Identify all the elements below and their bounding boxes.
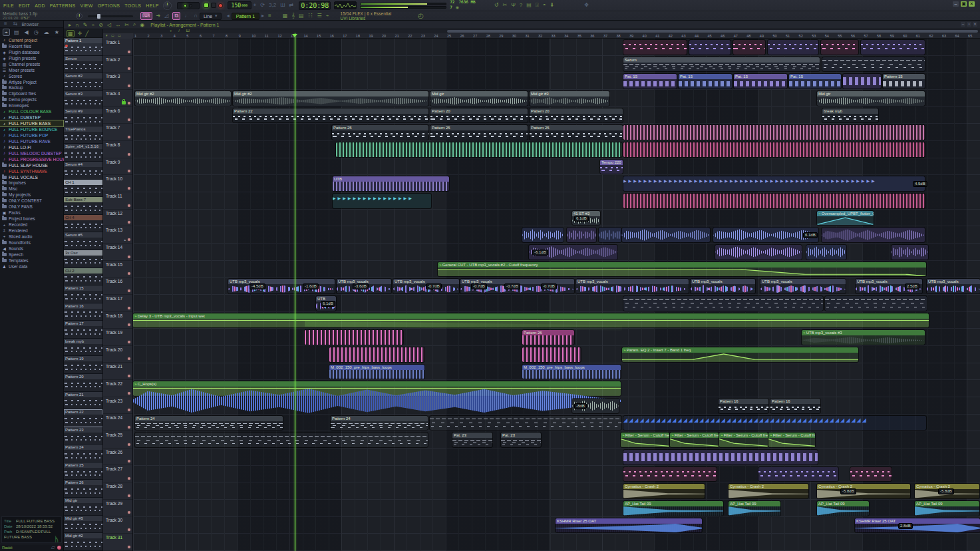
clip-oversampled-upbt-flutter-05[interactable]: ⌁Oversampled_UPBT_flutter_05	[817, 211, 874, 226]
clip-kshmr-riser-25-oat[interactable]: KSHMR Riser 25 OAT	[855, 518, 980, 533]
track-row-track-4[interactable]: Track 4	[103, 90, 132, 107]
clip-pattern-26[interactable]: Pattern 26	[522, 330, 574, 345]
picker-item-pattern-26[interactable]: Pattern 26	[64, 480, 102, 498]
track-row-track-26[interactable]: Track 26	[103, 449, 132, 466]
clip-pat-15[interactable]: Pat. 15	[679, 74, 732, 89]
browser-item-sounds[interactable]: ◀Sounds	[0, 246, 63, 252]
browser-item-channel-presets[interactable]: ▥Channel presets	[0, 61, 63, 67]
clip-columns[interactable]	[305, 330, 403, 345]
browser-item-plugin-presets[interactable]: ◈Plugin presets	[0, 55, 63, 61]
clip-blocks[interactable]	[623, 450, 818, 464]
picker-item-pattern-22[interactable]: Pattern 22	[64, 409, 102, 427]
clip-pattern-24[interactable]: Pattern 24	[331, 416, 428, 431]
track-row-track-1[interactable]: Track 1	[103, 39, 132, 56]
piano-roll-window-icon[interactable]: 𝄞	[291, 13, 295, 19]
menu-file[interactable]: FILE	[3, 3, 14, 8]
clip-midi[interactable]	[758, 467, 838, 482]
track-row-track-6[interactable]: Track 6	[103, 107, 132, 124]
picker-move-icon[interactable]: ✛	[78, 31, 82, 37]
picker-item-pattern-16[interactable]: Pattern 16	[64, 303, 102, 321]
mute-led[interactable]	[128, 409, 130, 411]
pattern-selector[interactable]: Pattern 1	[232, 13, 259, 20]
pattern-menu-icon[interactable]: ≡	[268, 13, 271, 19]
browser-item-current-project[interactable]: ♪Current project	[0, 37, 63, 43]
track-row-track-29[interactable]: Track 29	[103, 500, 132, 517]
menu-patterns[interactable]: PATTERNS	[50, 3, 76, 8]
picker-item-serum-9[interactable]: Serum #9	[64, 108, 102, 126]
track-row-track-21[interactable]: Track 21	[103, 363, 132, 380]
clip-pattern-20[interactable]: Pattern 20	[430, 108, 528, 123]
clip-pat-23[interactable]: Pat. 23	[501, 433, 541, 447]
clip-mid-gtr[interactable]: Mid gtr	[817, 91, 925, 106]
picker-item-ch-1[interactable]: CH 1	[64, 180, 102, 198]
play-button[interactable]	[204, 3, 209, 8]
menu-options[interactable]: OPTIONS	[98, 3, 120, 8]
gain-chip[interactable]: 6.1dB	[321, 301, 335, 307]
track-row-track-2[interactable]: Track 2	[103, 56, 132, 73]
browser-item-recent-files[interactable]: Recent files	[0, 43, 63, 49]
picker-item-spire-x64-v1-5-16[interactable]: Spire_x64_v1.5.16	[64, 144, 102, 162]
clip-pattern-20[interactable]: Pattern 20	[530, 108, 623, 123]
picker-pencil-icon[interactable]: ╱	[85, 31, 88, 37]
clip-arps[interactable]: ◢◢◢◢◢◢◢◢◢◢◢◢◢◢◢◢◢◢◢◢◢◢◢◢◢◢◢◢◢◢◢◢◢◢◢◢◢◢◢◢…	[623, 416, 926, 431]
collapse-arrow-icon[interactable]: ▴	[124, 238, 126, 242]
mute-led[interactable]	[128, 67, 130, 70]
menu-add[interactable]: ADD	[35, 3, 45, 8]
track-row-track-10[interactable]: Track 10	[103, 175, 132, 192]
gain-chip[interactable]: 2.5dB	[905, 283, 919, 289]
clip-mid-gtr-2[interactable]: Mid gtr #2	[233, 91, 428, 106]
menu-view[interactable]: VIEW	[81, 3, 93, 8]
picker-item-serum[interactable]: Serum	[64, 56, 102, 74]
menu-help[interactable]: HELP	[146, 3, 159, 8]
track-row-track-30[interactable]: Track 30	[103, 516, 132, 534]
plugins-tab-icon[interactable]: ⌁	[3, 29, 10, 36]
clip-filter-serum-cutoff-frequency[interactable]: ⌁Filter - Serum - Cutoff frequency	[621, 433, 669, 447]
clip-param-eq-2-insert-7-band-1-freq[interactable]: ⌁Param. EQ 2 - Insert 7 - Band 1 freq	[622, 347, 858, 362]
playlist-window-icon[interactable]: ▦	[283, 13, 288, 19]
timeline-ruler[interactable]: 1234567891011121314151617181920212223242…	[133, 33, 980, 39]
clip-pattern-22[interactable]: Pattern 22	[233, 108, 428, 123]
history-tab-icon[interactable]: ◷	[33, 29, 40, 35]
maximize-button[interactable]: ▣	[961, 1, 967, 7]
track-row-track-15[interactable]: Track 15	[103, 261, 132, 278]
clip-pat-15[interactable]: Pat. 15	[623, 74, 677, 89]
mute-led[interactable]	[128, 307, 130, 309]
picker-item-pattern-15[interactable]: Pattern 15	[64, 285, 102, 303]
record-state-icon[interactable]	[57, 546, 61, 550]
picker-item-truepianos[interactable]: TruePianos	[64, 126, 102, 144]
mute-led[interactable]	[128, 443, 130, 446]
picker-item-mid-gtr-3[interactable]: Mid gtr #3	[64, 516, 102, 534]
metronome-icon[interactable]: ♩	[184, 13, 190, 19]
mute-led[interactable]	[128, 85, 130, 87]
mic-icon[interactable]: Ψ	[511, 2, 516, 9]
mute-led[interactable]	[128, 323, 130, 326]
wait-input-icon[interactable]: Ш	[280, 2, 285, 9]
clip-pat-15[interactable]: Pat. 15	[789, 74, 841, 89]
browser-item-impulses[interactable]: Impulses	[0, 180, 63, 186]
track-row-track-17[interactable]: Track 17	[103, 295, 132, 312]
clip-pattern-25[interactable]: Pattern 25	[530, 125, 623, 140]
clip-lines[interactable]	[623, 296, 823, 311]
clip-lines[interactable]	[135, 433, 428, 447]
clip-chops[interactable]	[336, 142, 622, 157]
clip-chops[interactable]	[623, 142, 925, 157]
browser-item-artlyse-project[interactable]: Artlyse Project	[0, 79, 63, 85]
slip-tool-icon[interactable]: ↔	[115, 22, 120, 28]
clip-arrows[interactable]: ▶▶▶▶▶▶▶▶▶▶▶▶▶▶▶▶▶▶▶▶▶▶▶▶▶▶▶▶▶▶▶▶▶▶▶▶▶▶▶▶…	[623, 176, 925, 191]
clip-cymatics-crash-2[interactable]: Cymatics - Crash 2	[623, 484, 705, 498]
picker-item-pattern-1[interactable]: Pattern 1	[64, 38, 102, 56]
picker-patterns-icon[interactable]: ▦	[67, 30, 75, 37]
browser-item-full-future-pop[interactable]: ♪FULL FUTURE POP	[0, 132, 63, 138]
clip-wave[interactable]	[567, 228, 596, 242]
browser-item-packs[interactable]: ▣Packs	[0, 210, 63, 216]
mute-led[interactable]	[128, 426, 130, 429]
picker-item-pattern-21[interactable]: Pattern 21	[64, 392, 102, 410]
close-button[interactable]: ✕	[969, 1, 975, 7]
browser-item-templates[interactable]: Templates	[0, 258, 63, 264]
clip-wave[interactable]	[522, 228, 564, 242]
sync-circle-icon[interactable]: ◴	[418, 13, 424, 19]
gain-chip[interactable]: 6.1dB	[574, 216, 589, 222]
clip-filter-serum-cutoff-frequency[interactable]: ⌁Filter - Serum - Cutoff frequency	[768, 433, 815, 447]
playlist-maximize-icon[interactable]: ▫	[967, 22, 971, 27]
picker-item-mid-gtr[interactable]: Mid gtr	[64, 498, 102, 516]
